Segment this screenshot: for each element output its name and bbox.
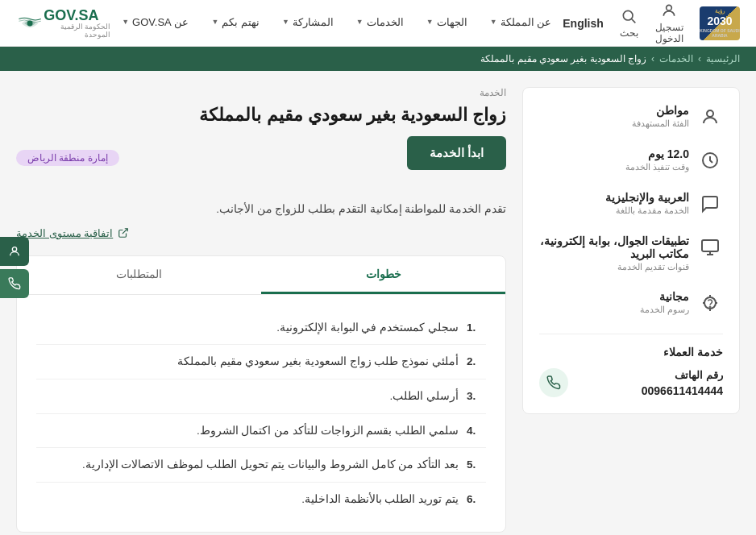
nav-item-entities[interactable]: الجهات ▼ [415,0,479,47]
svg-point-5 [707,110,713,117]
svg-rect-7 [702,240,718,251]
chevron-down-icon: ▼ [490,18,497,26]
gov-sa-brand: GOV.SA [44,8,98,23]
vision-logo: رؤية 2030 KINGDOM OF SAUDI ARABIA [700,6,740,40]
phone-number: 0096611414444 [642,384,723,397]
vision-sub: KINGDOM OF SAUDI ARABIA [700,28,740,38]
sidebar-channels-info: تطبيقات الجوال، بوابة إلكترونية، مكاتب ا… [539,234,689,272]
breadcrumb-services[interactable]: الخدمات [659,53,693,64]
svg-line-12 [123,229,127,234]
service-description: تقدم الخدمة للمواطنة إمكانية التقدم بطلب… [16,201,506,219]
main-nav: عن المملكة ▼ الجهات ▼ الخدمات ▼ المشاركة… [110,0,563,46]
step-1-text: سجلي كمستخدم في البوابة الإلكترونية. [36,319,459,337]
person-icon [660,2,678,19]
login-button[interactable]: تسجيل الدخول [654,2,683,44]
start-service-button[interactable]: ابدأ الخدمة [407,136,506,170]
chevron-down-icon: ▼ [211,18,218,26]
nav-item-services[interactable]: الخدمات ▼ [345,0,415,47]
tabs-container: خطوات المتطلبات 1. سجلي كمستخدم في البوا… [16,255,506,533]
phone-info: رقم الهاتف 0096611414444 [642,369,723,397]
sidebar-language: العربية والإنجليزية الخدمة مقدمة باللغة [539,191,723,217]
step-3: 3. أرسلي الطلب. [36,379,486,414]
svg-point-0 [667,5,672,10]
tab-requirements[interactable]: المتطلبات [17,256,261,294]
breadcrumb-home[interactable]: الرئيسية [706,53,740,64]
phone-icon[interactable] [539,368,568,397]
money-icon [697,290,723,316]
step-1-num: 1. [467,319,486,337]
floating-side-buttons [0,237,29,298]
nav-item-participation[interactable]: المشاركة ▼ [271,0,345,47]
search-label: بحث [620,27,638,39]
sidebar-fees: مجانية رسوم الخدمة [539,290,723,316]
header-left: رؤية 2030 KINGDOM OF SAUDI ARABIA تسجيل … [563,2,740,44]
steps-list: 1. سجلي كمستخدم في البوابة الإلكترونية. … [36,311,486,516]
sidebar-channels-value: تطبيقات الجوال، بوابة إلكترونية، مكاتب ا… [539,234,689,260]
breadcrumb-current: زواج السعودية بغير سعودي مقيم بالمملكة [480,53,646,64]
sidebar-lang-info: العربية والإنجليزية الخدمة مقدمة باللغة [539,191,689,216]
clock-icon [697,147,723,173]
step-4: 4. سلمي الطلب بقسم الزواجات للتأكد من اك… [36,414,486,449]
chevron-down-icon: ▼ [282,18,289,26]
sidebar-channels: تطبيقات الجوال، بوابة إلكترونية، مكاتب ا… [539,234,723,272]
external-link-icon [118,227,129,238]
sidebar-lang-value: العربية والإنجليزية [539,191,689,204]
sla-link[interactable]: اتفاقية مستوى الخدمة [16,227,506,239]
vision-year: 2030 [707,15,732,28]
sidebar-audience-label: الفئة المستهدفة [539,118,689,129]
search-icon [620,7,638,25]
chevron-down-icon: ▼ [426,18,434,26]
step-1: 1. سجلي كمستخدم في البوابة الإلكترونية. [36,311,486,346]
tabs-header: خطوات المتطلبات [17,256,505,295]
monitor-icon [697,234,723,260]
nav-item-about-kingdom[interactable]: عن المملكة ▼ [479,0,563,47]
sidebar-channels-label: قنوات تقديم الخدمة [539,262,689,272]
region-badge: إمارة منطقة الرياض [16,150,119,166]
sidebar-fees-label: رسوم الخدمة [539,305,689,315]
sidebar-time-label: وقت تنفيذ الخدمة [539,162,689,172]
step-2: 2. أملئي نموذج طلب زواج السعودية بغير سع… [36,345,486,379]
step-3-num: 3. [467,388,486,405]
step-6: 6. يتم توريد الطلب بالأنظمة الداخلية. [36,483,486,516]
content-area: الخدمة زواج السعودية بغير سعودي مقيم بال… [16,87,506,533]
sidebar-time-info: 12.0 يوم وقت تنفيذ الخدمة [539,147,689,172]
phone-row: رقم الهاتف 0096611414444 [539,368,723,397]
chevron-down-icon: ▼ [122,18,129,26]
main-header: رؤية 2030 KINGDOM OF SAUDI ARABIA تسجيل … [0,0,756,47]
step-5-text: بعد التأكد من كامل الشروط والبيانات يتم … [36,456,459,474]
svg-point-11 [710,307,711,308]
floating-phone-button[interactable] [0,269,29,298]
sidebar-execution-time: 12.0 يوم وقت تنفيذ الخدمة [539,147,723,173]
floating-user-button[interactable] [0,237,29,266]
search-button[interactable]: بحث [620,7,638,39]
sidebar-time-value: 12.0 يوم [539,147,689,160]
chevron-down-icon: ▼ [356,18,363,26]
sidebar-fees-value: مجانية [539,290,689,303]
person-icon [697,104,723,130]
breadcrumb: الرئيسية › الخدمات › زواج السعودية بغير … [0,47,756,71]
breadcrumb-sep2: › [651,53,654,64]
step-3-text: أرسلي الطلب. [36,388,459,405]
customer-service-title: خدمة العملاء [539,346,723,359]
chat-icon [697,191,723,217]
sidebar-audience-value: مواطن [539,104,689,117]
step-6-num: 6. [467,491,486,508]
vision-label: رؤية [715,8,725,15]
svg-point-13 [12,247,16,251]
service-small-label: الخدمة [16,87,506,98]
nav-item-about-gov[interactable]: عن GOV.SA ▼ [110,0,200,47]
sidebar: مواطن الفئة المستهدفة 12.0 يوم وقت تنفيذ… [522,87,740,414]
step-2-num: 2. [467,353,486,371]
english-toggle[interactable]: English [563,17,604,30]
sidebar-audience-info: مواطن الفئة المستهدفة [539,104,689,129]
gov-sa-logo: GOV.SA الحكومة الرقمية الموحدة [16,8,110,39]
step-2-text: أملئي نموذج طلب زواج السعودية بغير سعودي… [36,353,459,371]
sidebar-lang-label: الخدمة مقدمة باللغة [539,205,689,216]
sidebar-target-audience: مواطن الفئة المستهدفة [539,104,723,130]
tabs-content: 1. سجلي كمستخدم في البوابة الإلكترونية. … [17,295,505,533]
svg-line-2 [632,19,636,23]
service-title: زواج السعودية بغير سعودي مقيم بالمملكة [16,103,506,128]
login-label: تسجيل الدخول [654,22,683,44]
nav-item-care[interactable]: نهتم بكم ▼ [200,0,271,47]
tab-steps[interactable]: خطوات [261,256,505,294]
